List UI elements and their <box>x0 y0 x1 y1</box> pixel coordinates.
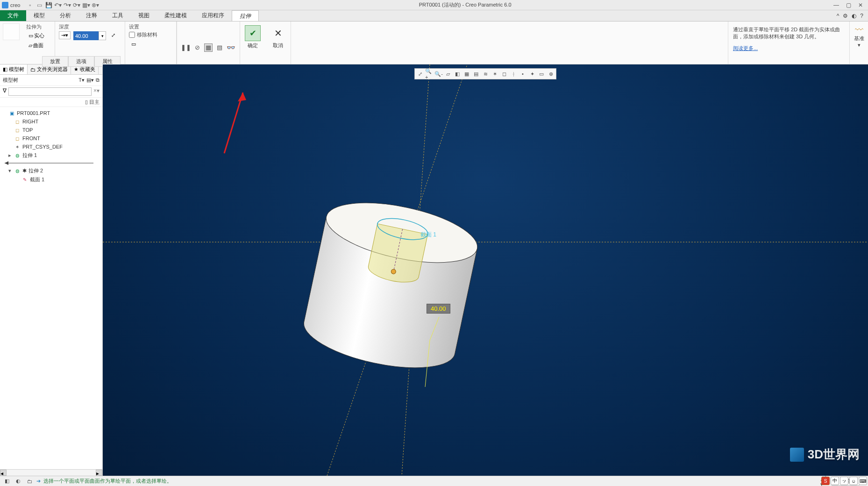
thicken-sketch-button[interactable]: ▭ <box>129 40 138 48</box>
qat-save-icon[interactable]: 💾 <box>44 1 53 9</box>
ribbon-datum-group: 〰 基准 ▾ <box>849 21 868 64</box>
feature-type-icon[interactable] <box>3 23 20 40</box>
tree-header: 模型树 T▾ ▤▾ ⧉ <box>0 75 102 86</box>
datum-icon[interactable]: 〰 <box>855 25 863 35</box>
refit-icon[interactable]: ⤢ <box>416 70 424 78</box>
brand-text: creo <box>10 2 20 8</box>
options-icon[interactable]: ⚙ <box>843 13 848 19</box>
datum-display-icon[interactable]: ✶ <box>491 70 499 78</box>
csys-display-icon[interactable]: ✦ <box>528 70 536 78</box>
view-manager-icon[interactable]: ▤ <box>472 70 480 78</box>
solid-button[interactable]: ▭ 实心 <box>26 31 47 40</box>
ime-emoji-button[interactable]: ☺ <box>849 477 858 485</box>
qat-undo-icon[interactable]: ↶▾ <box>54 1 62 9</box>
remove-material-checkbox[interactable]: 移除材料 <box>129 31 157 38</box>
saved-views-icon[interactable]: ▦ <box>462 70 471 78</box>
side-scrollbar[interactable]: ◂ ▸ <box>0 469 102 476</box>
group-settings-title: 设置 <box>129 23 172 30</box>
tree-display-icon[interactable]: ▤▾ <box>86 77 94 83</box>
tree-node-extrude2[interactable]: ▾◍✱拉伸 2 <box>0 166 102 175</box>
tree-node-extrude1[interactable]: ▸◍拉伸 1 <box>0 151 102 160</box>
model-tree: ▣PRT0001.PRT ◻RIGHT ◻TOP ◻FRONT ✶PRT_CSY… <box>0 107 102 469</box>
unattached-preview-icon[interactable]: ▧ <box>215 43 224 52</box>
ime-punct-button[interactable]: ッ <box>840 477 848 485</box>
tree-settings-icon[interactable]: T▾ <box>78 77 85 83</box>
dimension-value-box[interactable]: 40.00 <box>427 304 450 314</box>
group-extrude-as-title: 拉伸为 <box>26 23 51 30</box>
tab-file[interactable]: 文件 <box>0 10 26 21</box>
confirm-ok-group: ✔ 确定 <box>240 21 265 64</box>
tree-node-part[interactable]: ▣PRT0001.PRT <box>0 109 102 117</box>
qat-close-icon[interactable]: ⊗▾ <box>91 1 100 9</box>
datum-expand-icon[interactable]: ▾ <box>858 42 861 48</box>
menu-right-icons: ^ ⚙ ◐ ? <box>837 10 868 21</box>
status-tree-icon[interactable]: ◧ <box>3 478 11 485</box>
qat-new-icon[interactable]: ▫ <box>26 1 34 9</box>
no-preview-icon[interactable]: ⊘ <box>193 43 201 52</box>
tab-annotate[interactable]: 注释 <box>78 10 105 21</box>
glasses-icon[interactable]: 👓 <box>227 43 235 52</box>
surface-button[interactable]: ▱ 曲面 <box>26 41 46 50</box>
status-folder-icon[interactable]: 🗀 <box>25 478 34 485</box>
close-window-button[interactable]: ✕ <box>855 1 866 9</box>
spin-center-icon[interactable]: ⊕ <box>547 70 555 78</box>
tree-filter-input[interactable] <box>8 87 92 96</box>
tab-tools[interactable]: 工具 <box>105 10 131 21</box>
zoom-out-icon[interactable]: 🔍- <box>434 70 443 78</box>
tab-flex-modeling[interactable]: 柔性建模 <box>157 10 194 21</box>
notifications-icon[interactable]: ◐ <box>852 13 856 19</box>
flip-depth-button[interactable]: ⤢ <box>109 31 118 39</box>
tree-node-csys[interactable]: ✶PRT_CSYS_DEF <box>0 143 102 151</box>
plane-display-icon[interactable]: ◻ <box>500 70 508 78</box>
tree-node-front[interactable]: ◻FRONT <box>0 134 102 143</box>
ime-lang-button[interactable]: 中 <box>831 477 839 485</box>
repaint-icon[interactable]: ▱ <box>444 70 452 78</box>
zoom-in-icon[interactable]: 🔍+ <box>425 70 434 78</box>
ime-keyboard-button[interactable]: ⌨ <box>859 477 867 485</box>
ime-sogou-icon[interactable]: S <box>821 477 830 485</box>
axis-display-icon[interactable]: ⟊ <box>509 70 518 78</box>
tab-analysis[interactable]: 分析 <box>52 10 78 21</box>
qat-windows-icon[interactable]: ▦▾ <box>82 1 90 9</box>
qat-redo-icon[interactable]: ↷▾ <box>63 1 71 9</box>
tree-column-toggle[interactable]: ▯ 目主 <box>85 99 100 105</box>
read-more-link[interactable]: 阅读更多... <box>733 45 758 51</box>
tree-node-right[interactable]: ◻RIGHT <box>0 117 102 126</box>
maximize-button[interactable]: ▢ <box>843 1 854 9</box>
status-browser-icon[interactable]: ◐ <box>14 478 22 485</box>
qat-regen-icon[interactable]: ⟳▾ <box>72 1 81 9</box>
datum-label: 基准 <box>854 35 864 42</box>
cancel-button[interactable]: ✕ <box>270 25 286 41</box>
attached-preview-icon[interactable]: ▦ <box>204 43 213 52</box>
creo-logo-icon <box>2 2 8 8</box>
tree-filters-icon[interactable]: ⧉ <box>96 77 100 83</box>
point-display-icon[interactable]: • <box>519 70 527 78</box>
depth-input[interactable] <box>73 31 99 40</box>
help-icon[interactable]: ? <box>860 13 863 19</box>
layers-icon[interactable]: ≋ <box>481 70 490 78</box>
ribbon-collapse-icon[interactable]: ^ <box>837 13 840 19</box>
subtab-placement[interactable]: 放置 <box>42 56 68 67</box>
tab-applications[interactable]: 应用程序 <box>194 10 232 21</box>
annotation-display-icon[interactable]: ▭ <box>537 70 546 78</box>
filter-clear-icon[interactable]: ×▾ <box>93 87 100 96</box>
scroll-right-button[interactable]: ▸ <box>96 470 102 476</box>
display-style-icon[interactable]: ◧ <box>453 70 462 78</box>
subtab-options[interactable]: 选项 <box>68 56 94 67</box>
pause-icon[interactable]: ❚❚ <box>182 43 190 52</box>
tree-node-top[interactable]: ◻TOP <box>0 126 102 134</box>
qat-open-icon[interactable]: ▭ <box>35 1 43 9</box>
app-logo: creo <box>0 2 22 8</box>
depth-dropdown-icon[interactable]: ▾ <box>99 31 106 40</box>
scroll-left-button[interactable]: ◂ <box>0 470 7 476</box>
tab-view[interactable]: 视图 <box>131 10 157 21</box>
depth-type-button[interactable]: ⇥▾ <box>59 31 71 39</box>
ok-button[interactable]: ✔ <box>245 25 261 41</box>
filter-icon[interactable]: ∇ <box>3 87 7 96</box>
tree-node-sketch1[interactable]: ✎截面 1 <box>0 175 102 184</box>
tab-model[interactable]: 模型 <box>26 10 52 21</box>
side-tab-model-tree[interactable]: ◧ 模型树 <box>0 64 28 74</box>
viewport[interactable]: 截面 1 ⤢ 🔍+ 🔍- ▱ ◧ ▦ ▤ ≋ ✶ ◻ ⟊ • ✦ ▭ ⊕ 40.… <box>103 64 868 476</box>
minimize-button[interactable]: — <box>831 1 842 9</box>
tab-extrude[interactable]: 拉伸 <box>232 10 259 21</box>
